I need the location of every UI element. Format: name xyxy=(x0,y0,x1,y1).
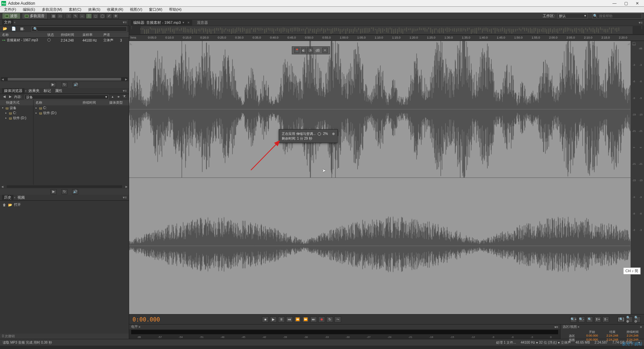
panel-menu-icon[interactable]: ▾≡ xyxy=(554,325,558,329)
tab-media-browser[interactable]: 媒体浏览器 xyxy=(2,88,24,93)
panel-menu-icon[interactable]: ▾≡ xyxy=(123,89,127,93)
panel-menu-icon[interactable]: ▾≡ xyxy=(123,20,127,24)
tool-heal[interactable]: ✚ xyxy=(113,13,119,19)
hud-gain-icon[interactable]: ◔ xyxy=(308,48,313,53)
tool-move[interactable]: ↕ xyxy=(66,13,72,19)
list-item[interactable]: ▸🖴C: xyxy=(34,105,129,110)
hud-close-icon[interactable]: ✕ xyxy=(322,48,328,53)
files-play-button[interactable]: ▶ xyxy=(50,82,56,87)
panel-menu-icon[interactable]: ▾≡ xyxy=(639,20,643,25)
zoom-to-selection-button[interactable]: [🔍] xyxy=(618,316,625,322)
files-hscroll[interactable]: ◀▶ xyxy=(1,77,128,81)
timecode[interactable]: 0:00.000 xyxy=(132,316,260,323)
zoom-out-amp-button[interactable]: ⇕- xyxy=(602,316,609,322)
forward-icon[interactable]: ▶ xyxy=(8,95,13,99)
record-button[interactable]: ⏺ xyxy=(318,316,325,322)
tool-slip[interactable]: ↔ xyxy=(79,13,85,19)
tree-item[interactable]: ▾🖴设备 xyxy=(0,105,33,110)
panel-menu-icon[interactable]: ≡ xyxy=(640,325,642,329)
ime-indicator[interactable]: CH ♪ 简 xyxy=(623,267,641,275)
tree-item[interactable]: ▸🖴C: xyxy=(0,110,33,115)
waveform-display[interactable]: 📍 ◐ ◔ dB ✕ 正在应用 伸缩与变调... 2% ⊗ 剩余时间: 1 分 … xyxy=(129,41,631,314)
import-icon[interactable]: 📄 xyxy=(11,27,17,32)
zoom-in-point-button[interactable]: 🔍⊕ xyxy=(626,316,633,322)
overview-handle-left[interactable]: ⋮ xyxy=(129,26,134,35)
menu-edit[interactable]: 编辑(E) xyxy=(19,7,39,12)
back-icon[interactable]: ◀ xyxy=(2,95,7,99)
files-autoplay-button[interactable]: 🔊 xyxy=(73,82,79,87)
hud-pin-icon[interactable]: 📍 xyxy=(294,48,300,53)
content-select[interactable]: 设备▾ xyxy=(24,95,109,99)
zoom-out-time-button[interactable]: 🔍- xyxy=(578,316,585,322)
chevron-down-icon[interactable]: ▼ xyxy=(182,21,185,24)
media-autoplay-button[interactable]: 🔊 xyxy=(72,189,78,194)
maximize-button[interactable]: ▢ xyxy=(623,1,629,6)
zoom-out-full-button[interactable]: 🔍⊖ xyxy=(634,316,641,322)
overview-handle-right[interactable]: ⋮ xyxy=(639,26,644,35)
tool-preview-btn[interactable]: ▭ xyxy=(57,13,63,19)
tab-history[interactable]: 历史 xyxy=(2,195,13,200)
go-to-end-button[interactable]: ⏭ xyxy=(310,316,317,322)
list-item[interactable]: ▸🖴软件 (D:) xyxy=(34,110,129,115)
loop-button[interactable]: ↻ xyxy=(326,316,333,322)
history-item[interactable]: 🗑 📂 打开 xyxy=(1,202,127,207)
tool-marquee[interactable]: ◻ xyxy=(93,13,99,19)
tool-brush[interactable]: ✐ xyxy=(106,13,112,19)
sel-start[interactable]: 0:00.000 xyxy=(582,334,602,338)
fast-forward-button[interactable]: ⏩ xyxy=(302,316,309,322)
media-hscroll[interactable]: ◀▶ xyxy=(0,185,129,189)
menu-file[interactable]: 文件(F) xyxy=(1,7,19,12)
minimize-button[interactable]: — xyxy=(612,1,617,6)
mode-multitrack[interactable]: 多轨混音 xyxy=(22,13,48,19)
tool-spectral-btn[interactable]: ▦ xyxy=(50,13,56,19)
zoom-reset-button[interactable]: 🔍 xyxy=(586,316,593,322)
new-multitrack-icon[interactable]: ▦. xyxy=(19,27,25,32)
files-tab[interactable]: 文件 xyxy=(2,20,13,25)
shortcut-icon[interactable]: -▸ xyxy=(116,95,121,99)
close-icon[interactable]: × xyxy=(187,20,190,24)
mixer-tab[interactable]: 混音器 xyxy=(194,20,211,26)
list-col-type[interactable]: 媒体类型 xyxy=(107,100,125,105)
mode-waveform[interactable]: 波形 xyxy=(2,13,20,19)
up-icon[interactable]: ▴ xyxy=(110,95,115,99)
file-row[interactable]: ⊶音频素材 - 1967.mp3 2:24.248 44100 Hz 立体声 3 xyxy=(0,38,129,43)
go-to-start-button[interactable]: ⏮ xyxy=(286,316,293,322)
tree-item[interactable]: ▸🖴软件 (D:) xyxy=(0,115,33,120)
panel-menu-icon[interactable]: ▾≡ xyxy=(123,195,127,200)
menu-help[interactable]: 帮助(H) xyxy=(166,7,185,12)
timeline-ruler[interactable]: hms0:05.00:10.00:15.00:20.00:25.00:30.00… xyxy=(129,35,644,41)
tab-video[interactable]: 视频 xyxy=(15,195,27,200)
col-channels[interactable]: 声道 xyxy=(101,33,118,37)
sel-dur[interactable]: 2:24.248 xyxy=(623,334,643,338)
help-search[interactable]: 🔍 xyxy=(592,13,642,19)
tool-lasso[interactable]: ◯ xyxy=(99,13,105,19)
col-name[interactable]: 名称 xyxy=(0,33,45,37)
close-button[interactable]: ✕ xyxy=(635,1,640,6)
tool-razor[interactable]: ✎ xyxy=(72,13,78,19)
sel-end[interactable]: 2:24.248 xyxy=(602,334,623,338)
media-play-button[interactable]: ▶ xyxy=(51,189,57,194)
media-loop-button[interactable]: ↻ xyxy=(61,189,67,194)
menu-clip[interactable]: 素材(C) xyxy=(65,7,85,12)
skip-selection-button[interactable]: ⤳ xyxy=(334,316,341,322)
help-search-input[interactable] xyxy=(598,13,642,18)
overview-waveform[interactable]: ⋮ ⋮ xyxy=(129,26,644,35)
list-col-name[interactable]: 名称 xyxy=(34,100,80,105)
col-duration[interactable]: 持续时间 xyxy=(59,33,80,37)
menu-effects[interactable]: 效果(S) xyxy=(85,7,104,12)
filter-icon[interactable]: ⧩. xyxy=(122,95,127,99)
list-col-dur[interactable]: 持续时间 xyxy=(80,100,107,105)
fade-in-handle[interactable]: ◣ xyxy=(130,42,132,45)
fade-out-handle[interactable]: ◢ xyxy=(627,42,630,45)
editor-tab[interactable]: 编辑器: 音频素材 - 1967.mp3 ▼ × xyxy=(130,20,192,26)
pause-button[interactable]: ⏸ xyxy=(278,316,285,322)
files-loop-button[interactable]: ↻ xyxy=(61,82,67,87)
tool-time-select[interactable]: I xyxy=(86,13,92,19)
menu-view[interactable]: 视图(V) xyxy=(126,7,146,12)
workspace-select[interactable]: 默认 ▾ xyxy=(557,13,588,18)
open-file-icon[interactable]: 📂 xyxy=(2,27,8,32)
menu-favorites[interactable]: 收藏夹(R) xyxy=(104,7,126,12)
menu-window[interactable]: 窗口(W) xyxy=(146,7,166,12)
zoom-in-amp-button[interactable]: ⇕+ xyxy=(594,316,601,322)
hud-toolbar[interactable]: 📍 ◐ ◔ dB ✕ xyxy=(292,46,330,54)
